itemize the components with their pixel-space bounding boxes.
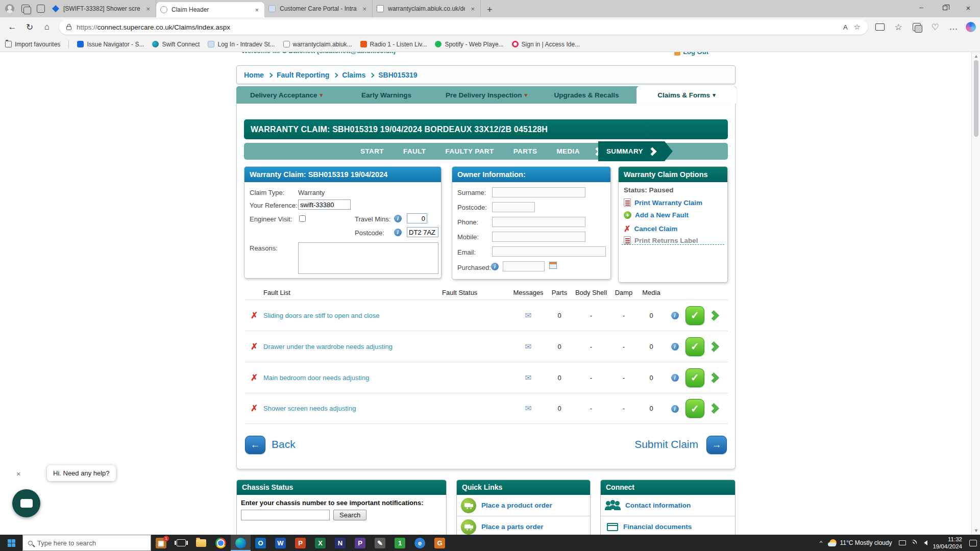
more-menu-icon[interactable]: … bbox=[945, 19, 962, 35]
home-icon[interactable]: ⌂ bbox=[39, 19, 55, 35]
scrollbar[interactable]: ▲ ▼ bbox=[971, 52, 980, 535]
purchased-input[interactable] bbox=[503, 261, 545, 271]
wizard-step-start[interactable]: START bbox=[360, 147, 384, 155]
postcode-input[interactable] bbox=[407, 227, 438, 237]
nav-claims-forms[interactable]: Claims & Forms▾ bbox=[636, 86, 737, 104]
phone-input[interactable] bbox=[492, 217, 585, 227]
delete-fault-icon[interactable]: ✗ bbox=[245, 341, 263, 352]
delete-fault-icon[interactable]: ✗ bbox=[245, 310, 263, 321]
nav-pre-delivery-inspection[interactable]: Pre Delivery Inspection▾ bbox=[436, 86, 536, 104]
back-label[interactable]: Back bbox=[272, 438, 296, 450]
complete-fault-button[interactable]: ✓ bbox=[685, 337, 704, 356]
taskbar-app-teamviewer[interactable]: 1 bbox=[390, 535, 410, 551]
surname-input[interactable] bbox=[492, 187, 585, 197]
new-tab-button[interactable]: + bbox=[481, 2, 499, 17]
taskbar-app-powerpoint[interactable]: P bbox=[290, 535, 310, 551]
delete-fault-icon[interactable]: ✗ bbox=[245, 372, 263, 383]
open-fault-chevron-icon[interactable] bbox=[708, 403, 719, 414]
taskbar-app-file-explorer[interactable] bbox=[191, 535, 211, 551]
travel-mins-input[interactable] bbox=[407, 213, 427, 223]
info-icon[interactable]: i bbox=[394, 215, 402, 222]
taskbar-app-excel[interactable]: X bbox=[310, 535, 330, 551]
fault-link[interactable]: Main bedroom door needs adjusting bbox=[263, 374, 442, 382]
tab-customer-care-portal[interactable]: Customer Care Portal - Intradev S × bbox=[264, 0, 373, 17]
chat-close-icon[interactable]: × bbox=[16, 469, 21, 478]
engineer-visit-checkbox[interactable] bbox=[299, 215, 306, 222]
complete-fault-button[interactable]: ✓ bbox=[685, 306, 704, 325]
envelope-icon[interactable]: ✉ bbox=[525, 342, 531, 352]
owner-postcode-input[interactable] bbox=[492, 202, 535, 212]
tab-swift-33382[interactable]: [SWIFT-33382] Shower screen ne × bbox=[48, 0, 156, 17]
scrollbar-thumb[interactable] bbox=[974, 60, 978, 137]
fault-link[interactable]: Shower screen needs adjusting bbox=[263, 405, 442, 412]
info-icon[interactable]: i bbox=[491, 263, 499, 270]
print-warranty-claim-link[interactable]: Print Warranty Claim bbox=[624, 198, 702, 207]
taskbar-clock[interactable]: 11:3219/04/2024 bbox=[933, 536, 962, 550]
window-minimize-button[interactable]: ─ bbox=[910, 0, 933, 15]
email-input[interactable] bbox=[492, 246, 606, 257]
wifi-icon[interactable] bbox=[910, 539, 918, 547]
chassis-search-button[interactable]: Search bbox=[333, 510, 366, 520]
contact-information-link[interactable]: Contact information bbox=[601, 495, 735, 516]
taskbar-app-snip[interactable]: ✎ bbox=[370, 535, 390, 551]
logout-link[interactable]: Log Out bbox=[674, 52, 708, 56]
taskbar-app-briefcase[interactable]: ▣1 bbox=[151, 535, 171, 551]
open-fault-chevron-icon[interactable] bbox=[708, 310, 719, 320]
close-icon[interactable]: × bbox=[253, 6, 260, 14]
favorite-issue-navigator[interactable]: Issue Navigator - S... bbox=[77, 41, 144, 48]
back-icon[interactable]: ← bbox=[4, 19, 20, 35]
info-icon[interactable]: i bbox=[671, 343, 679, 350]
nav-upgrades-recalls[interactable]: Upgrades & Recalls bbox=[536, 86, 636, 104]
wizard-step-media[interactable]: MEDIA bbox=[556, 147, 580, 155]
task-view-button[interactable] bbox=[171, 535, 191, 551]
copilot-icon[interactable] bbox=[966, 22, 976, 32]
envelope-icon[interactable]: ✉ bbox=[525, 373, 531, 383]
wizard-step-parts[interactable]: PARTS bbox=[513, 147, 537, 155]
window-restore-button[interactable] bbox=[933, 0, 957, 15]
info-icon[interactable]: i bbox=[394, 229, 402, 236]
vertical-tabs-icon[interactable] bbox=[37, 5, 45, 13]
close-icon[interactable]: × bbox=[361, 5, 368, 13]
read-aloud-icon[interactable]: A bbox=[843, 23, 848, 31]
start-button[interactable] bbox=[0, 535, 22, 551]
tab-claim-header[interactable]: Claim Header × bbox=[156, 2, 264, 17]
breadcrumb-fault-reporting[interactable]: Fault Reporting bbox=[277, 71, 329, 79]
favorite-login-intradev[interactable]: Log In - Intradev St... bbox=[208, 41, 275, 48]
favorite-swift-connect[interactable]: Swift Connect bbox=[152, 41, 200, 48]
wizard-step-faulty-part[interactable]: FAULTY PART bbox=[446, 147, 494, 155]
mobile-input[interactable] bbox=[492, 232, 585, 242]
complete-fault-button[interactable]: ✓ bbox=[685, 368, 704, 387]
scroll-down-icon[interactable]: ▼ bbox=[972, 528, 980, 533]
breadcrumb-home[interactable]: Home bbox=[244, 71, 264, 79]
display-icon[interactable] bbox=[899, 540, 906, 545]
refresh-icon[interactable]: ↻ bbox=[21, 19, 38, 35]
wizard-step-fault[interactable]: FAULT bbox=[403, 147, 426, 155]
favorite-radio1[interactable]: Radio 1 - Listen Liv... bbox=[360, 41, 427, 48]
submit-claim-label[interactable]: Submit Claim bbox=[634, 438, 698, 450]
taskbar-app-ie[interactable]: e bbox=[410, 535, 430, 551]
fault-link[interactable]: Drawer under the wardrobe needs adjustin… bbox=[263, 343, 442, 350]
taskbar-app-word[interactable]: W bbox=[271, 535, 290, 551]
hidden-icons-chevron[interactable]: ^ bbox=[820, 540, 823, 545]
favorite-star-icon[interactable]: ☆ bbox=[854, 22, 861, 32]
close-icon[interactable]: × bbox=[144, 5, 152, 13]
reasons-textarea[interactable] bbox=[298, 242, 438, 274]
volume-icon[interactable] bbox=[921, 540, 927, 545]
favorite-access[interactable]: Sign in | Access Ide... bbox=[512, 41, 580, 48]
info-icon[interactable]: i bbox=[671, 405, 679, 413]
collections-icon[interactable] bbox=[909, 19, 925, 35]
weather-widget[interactable]: 11°C Mostly cloudy bbox=[827, 539, 894, 546]
taskbar-search[interactable]: Type here to search bbox=[22, 535, 151, 551]
taskbar-app-g[interactable]: G bbox=[430, 535, 450, 551]
favorite-spotify[interactable]: Spotify - Web Playe... bbox=[435, 41, 503, 48]
submit-claim-button[interactable]: → bbox=[706, 436, 727, 454]
financial-documents-link[interactable]: Financial documents bbox=[601, 516, 735, 535]
info-icon[interactable]: i bbox=[671, 312, 679, 319]
taskbar-app-chrome[interactable] bbox=[211, 535, 231, 551]
taskbar-app-publisher[interactable]: P bbox=[350, 535, 370, 551]
info-icon[interactable]: i bbox=[671, 374, 679, 382]
nav-delivery-acceptance[interactable]: Delivery Acceptance▾ bbox=[236, 86, 336, 104]
close-icon[interactable]: × bbox=[469, 5, 476, 13]
fault-link[interactable]: Sliding doors are stiff to open and clos… bbox=[263, 312, 442, 319]
quick-link-product-order[interactable]: Place a product order bbox=[457, 495, 590, 516]
